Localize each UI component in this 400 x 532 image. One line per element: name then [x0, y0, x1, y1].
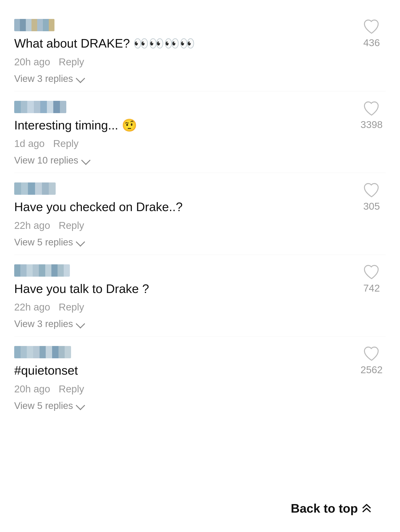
comment-right: 2562 — [357, 346, 386, 376]
comment-right: 3398 — [357, 101, 386, 130]
avatar — [14, 346, 71, 358]
view-replies-label: View 5 replies — [14, 400, 73, 411]
comment-item: #quietonset 20h ago Reply View 5 replies… — [14, 336, 386, 418]
heart-icon[interactable] — [363, 183, 380, 198]
heart-icon[interactable] — [363, 101, 380, 116]
like-count: 2562 — [361, 364, 382, 376]
view-replies-button[interactable]: View 5 replies — [14, 237, 83, 247]
comment-meta: 1d ago Reply — [14, 138, 343, 149]
comment-item: What about DRAKE? 👀👀👀👀 20h ago Reply Vie… — [14, 9, 386, 91]
comment-item: Have you talk to Drake ? 22h ago Reply V… — [14, 255, 386, 337]
chevron-down-icon — [76, 74, 85, 83]
comment-time: 22h ago — [14, 220, 50, 231]
back-to-top-arrows-icon — [362, 503, 372, 514]
reply-button[interactable]: Reply — [59, 56, 84, 68]
comment-left: Interesting timing... 🤨 1d ago Reply Vie… — [14, 101, 357, 166]
view-replies-button[interactable]: View 10 replies — [14, 155, 88, 166]
comment-left: Have you checked on Drake..? 22h ago Rep… — [14, 183, 357, 247]
comment-right: 742 — [357, 264, 386, 294]
comment-meta: 20h ago Reply — [14, 56, 343, 68]
like-count: 3398 — [361, 119, 382, 130]
avatar — [14, 101, 66, 113]
reply-button[interactable]: Reply — [53, 138, 78, 149]
comment-time: 20h ago — [14, 56, 50, 68]
view-replies-label: View 10 replies — [14, 155, 78, 166]
comment-left: Have you talk to Drake ? 22h ago Reply V… — [14, 264, 357, 329]
like-count: 305 — [363, 201, 380, 212]
chevron-down-icon — [81, 155, 90, 165]
heart-icon[interactable] — [363, 346, 380, 361]
reply-button[interactable]: Reply — [59, 383, 84, 395]
comments-container: What about DRAKE? 👀👀👀👀 20h ago Reply Vie… — [0, 0, 400, 428]
comment-time: 22h ago — [14, 302, 50, 313]
heart-icon[interactable] — [363, 19, 380, 34]
comment-meta: 22h ago Reply — [14, 302, 343, 313]
comment-text: Have you checked on Drake..? — [14, 199, 343, 215]
comment-right: 305 — [357, 183, 386, 212]
comment-text: Interesting timing... 🤨 — [14, 117, 343, 133]
view-replies-label: View 3 replies — [14, 73, 73, 84]
avatar — [14, 264, 70, 277]
back-to-top-bar[interactable]: Back to top — [277, 494, 386, 525]
comment-item: Have you checked on Drake..? 22h ago Rep… — [14, 173, 386, 255]
like-count: 436 — [363, 37, 380, 49]
avatar — [14, 19, 54, 31]
comment-right: 436 — [357, 19, 386, 49]
heart-icon[interactable] — [363, 264, 380, 280]
avatar — [14, 183, 56, 195]
chevron-down-icon — [76, 319, 85, 329]
comment-left: What about DRAKE? 👀👀👀👀 20h ago Reply Vie… — [14, 19, 357, 84]
reply-button[interactable]: Reply — [59, 302, 84, 313]
view-replies-button[interactable]: View 3 replies — [14, 318, 83, 329]
chevron-down-icon — [76, 401, 85, 410]
like-count: 742 — [363, 283, 380, 294]
comment-time: 1d ago — [14, 138, 45, 149]
view-replies-button[interactable]: View 3 replies — [14, 73, 83, 84]
comment-left: #quietonset 20h ago Reply View 5 replies — [14, 346, 357, 411]
back-to-top-label: Back to top — [291, 501, 358, 515]
comment-time: 20h ago — [14, 383, 50, 395]
view-replies-label: View 5 replies — [14, 237, 73, 247]
chevron-down-icon — [76, 237, 85, 247]
reply-button[interactable]: Reply — [59, 220, 84, 231]
view-replies-button[interactable]: View 5 replies — [14, 400, 83, 411]
comment-meta: 20h ago Reply — [14, 383, 343, 395]
comment-text: Have you talk to Drake ? — [14, 281, 343, 297]
comment-meta: 22h ago Reply — [14, 220, 343, 231]
comment-text: What about DRAKE? 👀👀👀👀 — [14, 36, 343, 52]
comment-text: #quietonset — [14, 362, 343, 379]
view-replies-label: View 3 replies — [14, 318, 73, 329]
comment-item: Interesting timing... 🤨 1d ago Reply Vie… — [14, 91, 386, 173]
